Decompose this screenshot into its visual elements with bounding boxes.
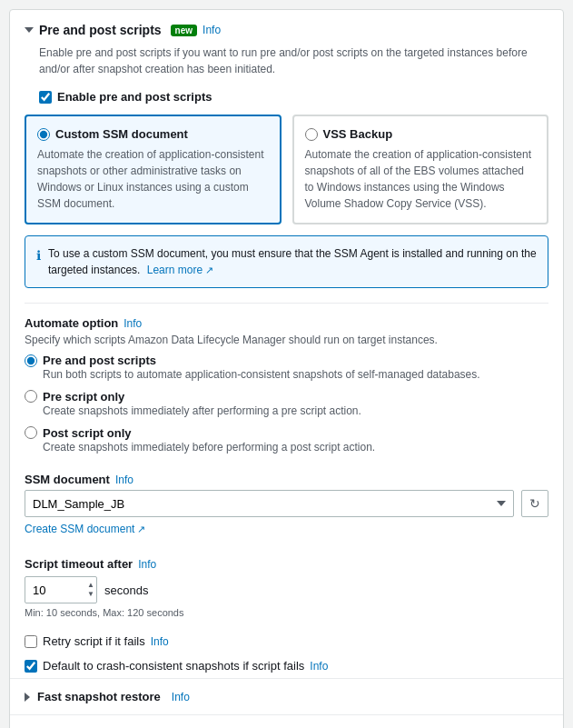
ssm-doc-section: SSM document Info DLM_Sample_JB ↻ Create…: [10, 473, 563, 546]
timeout-label: Script timeout after: [25, 557, 133, 571]
custom-ssm-radio[interactable]: [37, 128, 50, 141]
default-info-link[interactable]: Info: [310, 660, 328, 673]
retry-label: Retry script if it fails: [43, 634, 145, 648]
pre-only-radio[interactable]: [25, 390, 37, 403]
automate-option-section: Automate option Info Specify which scrip…: [10, 316, 563, 473]
post-only-radio[interactable]: [25, 426, 37, 439]
spin-up-button[interactable]: ▲: [86, 581, 95, 590]
new-badge: new: [171, 25, 197, 36]
create-ssm-external-icon: ↗: [137, 524, 145, 535]
section-info-link[interactable]: Info: [203, 24, 221, 36]
pre-post-option: Pre and post scripts Run both scripts to…: [25, 354, 548, 383]
retry-info-link[interactable]: Info: [151, 635, 169, 648]
retry-checkbox-row: Retry script if it fails Info: [10, 629, 563, 653]
pre-only-option: Pre script only Create snapshots immedia…: [25, 390, 548, 419]
fast-snapshot-chevron: [25, 693, 30, 702]
pre-post-radio[interactable]: [25, 354, 37, 367]
section-header: Pre and post scripts new Info: [10, 10, 563, 45]
custom-ssm-card[interactable]: Custom SSM document Automate the creatio…: [25, 115, 282, 224]
info-box-text: To use a custom SSM document, you must e…: [48, 245, 537, 278]
info-box: ℹ To use a custom SSM document, you must…: [25, 235, 548, 288]
retry-script-checkbox[interactable]: [25, 635, 37, 648]
create-ssm-link[interactable]: Create SSM document ↗: [25, 523, 145, 535]
cross-region-section[interactable]: Cross-Region copy Info: [10, 714, 563, 728]
post-only-label: Post script only: [43, 426, 132, 440]
automate-desc: Specify which scripts Amazon Data Lifecy…: [25, 334, 548, 346]
pre-only-label: Pre script only: [43, 390, 124, 404]
chevron-down-icon: [25, 27, 34, 33]
automate-info-link[interactable]: Info: [123, 317, 142, 330]
section-description: Enable pre and post scripts if you want …: [10, 45, 563, 86]
vss-backup-label: VSS Backup: [323, 127, 393, 141]
vss-backup-desc: Automate the creation of application-con…: [305, 146, 537, 212]
ssm-input-row: DLM_Sample_JB ↻: [25, 490, 548, 517]
custom-ssm-label: Custom SSM document: [55, 127, 188, 141]
post-only-desc: Create snapshots immediately before perf…: [43, 440, 548, 455]
timeout-info-link[interactable]: Info: [138, 558, 156, 571]
learn-more-link[interactable]: Learn more ↗: [147, 264, 214, 276]
external-link-icon: ↗: [205, 264, 213, 275]
info-icon: ℹ: [36, 246, 41, 278]
default-label: Default to crash-consistent snapshots if…: [43, 659, 304, 673]
pre-post-label: Pre and post scripts: [43, 354, 156, 367]
ssm-info-link[interactable]: Info: [115, 474, 133, 486]
default-crash-checkbox[interactable]: [25, 660, 37, 673]
section-title: Pre and post scripts: [39, 23, 162, 37]
timeout-input-row: ▲ ▼ seconds: [25, 576, 548, 603]
post-only-option: Post script only Create snapshots immedi…: [25, 426, 548, 455]
enable-checkbox-row: Enable pre and post scripts: [10, 86, 563, 115]
pre-post-desc: Run both scripts to automate application…: [43, 367, 548, 383]
spin-down-button[interactable]: ▼: [86, 590, 95, 599]
pre-only-desc: Create snapshots immediately after perfo…: [43, 404, 548, 419]
custom-ssm-desc: Automate the creation of application-con…: [37, 146, 269, 212]
enable-scripts-checkbox[interactable]: [39, 91, 52, 104]
automate-label: Automate option: [25, 316, 118, 330]
enable-scripts-label: Enable pre and post scripts: [57, 90, 212, 104]
refresh-button[interactable]: ↻: [521, 490, 548, 517]
fast-snapshot-info-link[interactable]: Info: [172, 691, 190, 703]
vss-backup-radio[interactable]: [305, 128, 318, 141]
divider: [25, 303, 548, 304]
default-checkbox-row: Default to crash-consistent snapshots if…: [10, 653, 563, 678]
ssm-label: SSM document: [25, 473, 110, 486]
seconds-label: seconds: [104, 583, 148, 597]
fast-snapshot-section[interactable]: Fast snapshot restore Info: [10, 678, 563, 714]
timeout-section: Script timeout after Info ▲ ▼ seconds Mi…: [10, 546, 563, 629]
vss-backup-card[interactable]: VSS Backup Automate the creation of appl…: [292, 115, 549, 224]
fast-snapshot-label: Fast snapshot restore: [37, 690, 161, 703]
card-options-row: Custom SSM document Automate the creatio…: [10, 115, 563, 235]
timeout-input-wrap: ▲ ▼: [25, 576, 97, 603]
timeout-hint: Min: 10 seconds, Max: 120 seconds: [25, 607, 548, 618]
spinner-arrows: ▲ ▼: [86, 576, 95, 603]
ssm-document-select[interactable]: DLM_Sample_JB: [25, 490, 514, 517]
